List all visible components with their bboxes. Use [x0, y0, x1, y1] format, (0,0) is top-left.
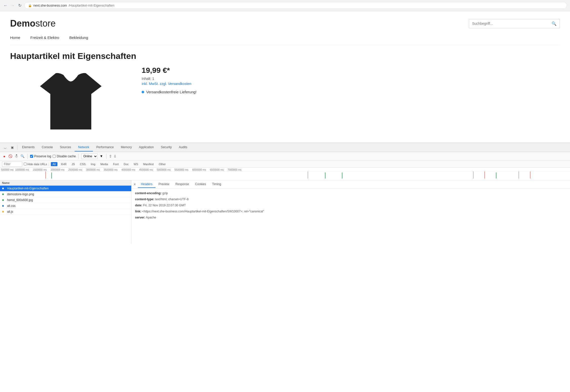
product-info: 19,99 €* Inhalt: 1 inkl. MwSt. zzgl. Ver… — [142, 63, 560, 139]
back-button[interactable]: ← — [3, 3, 8, 8]
devtools-toolbar: ● 🚫 ⛄ 🔍 Preserve log Disable cache Onlin… — [0, 152, 570, 161]
file-item-1[interactable]: ■ demostore-logo.png — [0, 191, 131, 197]
filter-type-ws[interactable]: WS — [132, 162, 140, 166]
product-price: 19,99 €* — [142, 66, 560, 75]
shirt-icon — [30, 69, 111, 134]
filter-type-media[interactable]: Media — [99, 162, 110, 166]
product-shipping: Versandkostenfreie Lieferung! — [142, 90, 560, 94]
headers-tab-response[interactable]: Response — [172, 181, 192, 188]
headers-tab-headers[interactable]: Headers — [138, 181, 155, 188]
hide-data-urls-checkbox[interactable] — [24, 163, 27, 165]
timeline-marker-green-3 — [342, 172, 342, 179]
header-row-1: content-type: text/html; charset=UTF-8 — [135, 197, 566, 202]
product-shipping-link[interactable]: inkl. MwSt. zzgl. Versandkosten — [142, 82, 191, 86]
network-throttle-select[interactable]: Online — [81, 154, 98, 159]
timeline-marker-red-6 — [530, 171, 530, 179]
file-item-2[interactable]: ■ hemd_600x600.jpg — [0, 197, 131, 203]
forward-button[interactable]: → — [10, 3, 15, 8]
export-har-button[interactable]: ⇩ — [114, 154, 117, 158]
file-item-4[interactable]: ■ all.js — [0, 209, 131, 215]
timeline-marker-green-2 — [325, 172, 325, 179]
headers-tab-cookies[interactable]: Cookies — [192, 181, 209, 188]
headers-tab-preview[interactable]: Preview — [156, 181, 172, 188]
record-button[interactable]: ● — [2, 154, 7, 159]
headers-tab-bar: × Headers Preview Response Cookies Timin… — [131, 180, 570, 188]
import-har-button[interactable]: ⇧ — [109, 154, 112, 158]
header-row-2: date: Fri, 22 Nov 2019 22:07:30 GMT — [135, 203, 566, 208]
filter-type-all[interactable]: All — [51, 162, 57, 166]
tab-performance[interactable]: Performance — [93, 143, 117, 151]
html-file-icon: ■ — [2, 187, 6, 190]
filter-bar: Hide data URLs | All XHR JS CSS Img Medi… — [0, 161, 570, 168]
filter-type-js[interactable]: JS — [70, 162, 77, 166]
tab-elements[interactable]: Elements — [18, 143, 38, 151]
disable-cache-checkbox[interactable] — [53, 155, 56, 158]
preserve-log-label[interactable]: Preserve log — [30, 155, 51, 158]
reload-button[interactable]: ↻ — [17, 3, 22, 8]
stop-button[interactable]: 🚫 — [8, 154, 13, 159]
timeline-marker-red-4 — [485, 171, 485, 179]
device-icon[interactable]: ▣ — [9, 144, 15, 150]
header-row-3: link: <https://next.she-business.com/Hau… — [135, 209, 566, 214]
filter-button[interactable]: ⛄ — [14, 154, 19, 159]
headers-tab-timing[interactable]: Timing — [209, 181, 224, 188]
filter-type-other[interactable]: Other — [157, 162, 168, 166]
filter-type-doc[interactable]: Doc — [122, 162, 130, 166]
logo-light: store — [35, 18, 56, 29]
filter-type-css[interactable]: CSS — [78, 162, 87, 166]
file-item-3[interactable]: ■ all.css — [0, 203, 131, 209]
header-row-4: server: Apache — [135, 215, 566, 220]
inspect-icon[interactable]: ◡ — [2, 144, 8, 150]
store-header: Demostore 🔍 — [10, 11, 560, 33]
file-item-0[interactable]: ■ Hauptartikel-mit-Eigenschaften — [0, 186, 131, 191]
search-network-button[interactable]: 🔍 — [20, 154, 25, 159]
tab-memory[interactable]: Memory — [117, 143, 135, 151]
nav-bekleidung[interactable]: Bekleidung — [69, 35, 88, 40]
throttle-dropdown-icon[interactable]: ▼ — [99, 154, 104, 159]
disable-cache-label[interactable]: Disable cache — [53, 155, 76, 158]
shipping-dot-icon — [142, 91, 144, 93]
file-name-4: all.js — [7, 210, 13, 213]
url-path: /Hauptartikel-mit-Eigenschaften — [69, 4, 114, 7]
filter-type-xhr[interactable]: XHR — [59, 162, 68, 166]
hide-data-urls-label[interactable]: Hide data URLs — [24, 163, 47, 166]
filter-type-font[interactable]: Font — [111, 162, 120, 166]
file-name-3: all.css — [7, 204, 15, 208]
url-domain: next.she-business.com — [33, 4, 67, 7]
timeline-marker-green-1 — [51, 172, 52, 179]
timeline-marker-red-2 — [308, 171, 308, 179]
address-bar[interactable]: 🔒 next.she-business.com/Hauptartikel-mit… — [24, 2, 567, 9]
img-file-icon-2: ■ — [2, 198, 6, 202]
tab-audits[interactable]: Audits — [175, 143, 191, 151]
store-logo: Demostore — [10, 18, 56, 29]
product-image — [10, 63, 131, 139]
tab-sources[interactable]: Sources — [56, 143, 75, 151]
search-icon: 🔍 — [552, 21, 557, 26]
product-area: 19,99 €* Inhalt: 1 inkl. MwSt. zzgl. Ver… — [10, 63, 560, 139]
file-list-header: Name — [0, 180, 131, 186]
timeline-marker-red-3 — [473, 171, 473, 179]
css-file-icon: ■ — [2, 204, 6, 208]
headers-content: content-encoding: gzip content-type: tex… — [131, 188, 570, 224]
nav-freizeit[interactable]: Freizeit & Elektro — [30, 35, 59, 40]
filter-input[interactable] — [2, 162, 22, 167]
search-input[interactable] — [472, 21, 552, 26]
search-bar[interactable]: 🔍 — [469, 19, 560, 28]
timeline: 500000 ms 1000000 ms 1500000 ms 2000000 … — [0, 168, 570, 180]
filter-separator: | — [49, 162, 49, 166]
filter-type-img[interactable]: Img — [89, 162, 97, 166]
network-main: Name ■ Hauptartikel-mit-Eigenschaften ■ … — [0, 180, 570, 244]
nav-home[interactable]: Home — [10, 35, 20, 40]
tab-console[interactable]: Console — [38, 143, 56, 151]
tab-application[interactable]: Application — [135, 143, 157, 151]
lock-icon: 🔒 — [28, 4, 32, 7]
file-name-2: hemd_600x600.jpg — [7, 198, 33, 202]
logo-bold: Demo — [10, 18, 35, 29]
devtools: ◡ ▣ Elements Console Sources Network Per… — [0, 143, 570, 244]
filter-type-manifest[interactable]: Manifest — [141, 162, 156, 166]
tab-security[interactable]: Security — [157, 143, 175, 151]
preserve-log-checkbox[interactable] — [30, 155, 33, 158]
tab-network[interactable]: Network — [75, 143, 93, 151]
close-panel-button[interactable]: × — [134, 182, 136, 187]
devtools-tab-bar: ◡ ▣ Elements Console Sources Network Per… — [0, 143, 570, 152]
